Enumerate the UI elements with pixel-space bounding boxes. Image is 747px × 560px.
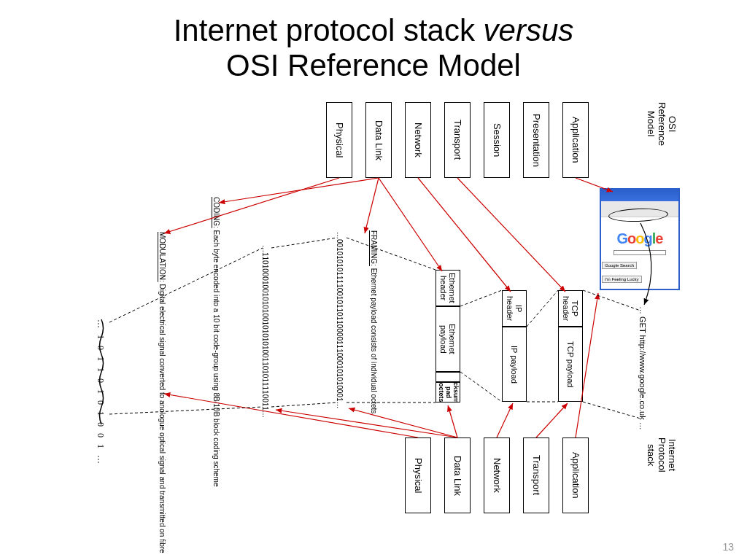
wave-bits: … 1 0 1 1 0 1 0 1 0 0 1 …: [95, 319, 106, 466]
eth-header: Ethernetheader: [436, 270, 460, 306]
eth-cksum: cksumpadoctets: [436, 382, 460, 402]
svg-line-15: [583, 402, 640, 419]
ip-header: IPheader: [502, 290, 527, 327]
google-search-input: [614, 250, 666, 255]
eth-pad: [436, 372, 460, 382]
svg-line-3: [379, 178, 442, 271]
osi-presentation: Presentation: [523, 102, 549, 178]
page-number: 13: [722, 541, 734, 553]
osi-application: Application: [562, 102, 589, 178]
tcp-payload: TCP payload: [558, 327, 583, 402]
osi-datalink: Data Link: [365, 102, 392, 178]
http-request: … GET http://www.google.co.uk …: [638, 306, 647, 430]
svg-line-9: [497, 403, 513, 438]
browser-window: Google Google SearchI'm Feeling Lucky: [600, 188, 680, 290]
svg-line-6: [164, 178, 339, 233]
svg-line-1: [457, 178, 565, 292]
svg-line-5: [219, 178, 379, 203]
modulation-annot: MODULATION: Digital electrical signal co…: [139, 232, 166, 553]
svg-line-18: [460, 290, 502, 306]
google-lucky-btn: I'm Feeling Lucky: [602, 276, 642, 283]
inet-transport: Transport: [523, 438, 549, 513]
ip-payload: IP payload: [502, 327, 527, 402]
svg-line-24: [109, 248, 263, 322]
page-title: Internet protocol stack versus OSI Refer…: [0, 13, 747, 83]
svg-line-14: [583, 290, 640, 311]
inet-application: Application: [562, 438, 589, 513]
svg-line-10: [448, 405, 457, 438]
browser-titlebar: [601, 190, 678, 201]
osi-network: Network: [405, 102, 431, 178]
svg-line-4: [365, 178, 379, 233]
tcp-header: TCPheader: [558, 290, 583, 327]
osi-session: Session: [484, 102, 510, 178]
svg-line-16: [527, 290, 558, 327]
inet-network: Network: [484, 438, 510, 513]
svg-line-25: [109, 407, 263, 414]
google-logo: Google: [617, 230, 663, 247]
bits2: …110100010010101001010101001101011110011…: [261, 245, 269, 418]
eth-payload: Ethernet payload: [436, 306, 460, 372]
internet-label: InternetProtocolstack: [646, 438, 677, 472]
svg-line-19: [460, 372, 502, 402]
framing-annot: FRAMING: Ethernet payload consists of in…: [359, 230, 378, 413]
google-search-btn: Google Search: [602, 262, 637, 269]
inet-datalink: Data Link: [444, 438, 471, 513]
osi-label: OSIReferenceModel: [646, 102, 677, 146]
svg-line-8: [536, 403, 568, 438]
inet-physical: Physical: [405, 438, 431, 513]
svg-line-2: [418, 178, 511, 292]
svg-line-22: [271, 238, 337, 248]
coding-annot: CODING: Each byte encoded into a 10 bit …: [201, 197, 220, 486]
svg-line-23: [271, 402, 337, 407]
bits1: …001010101111001011011000011100010101000…: [336, 232, 344, 408]
svg-line-12: [276, 410, 457, 438]
osi-transport: Transport: [444, 102, 471, 178]
osi-physical: Physical: [326, 102, 352, 178]
